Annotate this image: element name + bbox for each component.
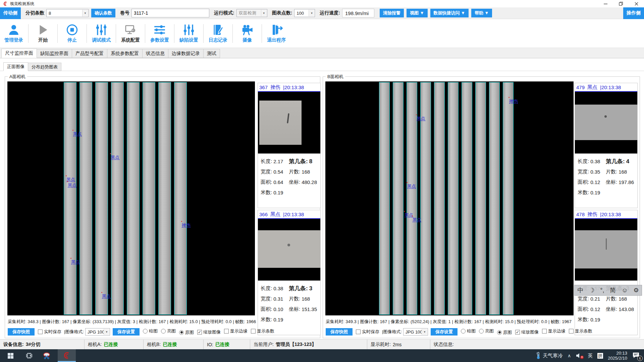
sub-tab-1[interactable]: 正面图像 [3,62,28,71]
save-snapshot-button[interactable]: 保存快照 [8,328,35,336]
view-option-checkbox[interactable]: 显示边缘 [224,328,248,334]
toolbar-item-4[interactable]: 调试模式 [89,21,114,46]
image-format-select[interactable]: JPG 100▼ [85,328,110,336]
ime-settings-icon[interactable]: ⚙ [633,287,639,294]
defect-label: 黑点 [407,184,416,189]
close-button[interactable] [629,0,644,7]
roll-number-label: 卷号 [120,10,129,16]
main-tab-6[interactable]: 边缘数据记录 [168,49,204,58]
camera-b-image[interactable]: 挫伤黑点黑点黑点黑点 [325,81,574,315]
ime-lang-mode[interactable]: 中 [577,286,583,294]
toolbar-item-2[interactable]: 开始 [31,21,55,46]
toolbar-item-label: 开始 [38,37,48,43]
view-menu-button[interactable]: 视图 ▼ [407,9,427,17]
defect-card[interactable]: 366黑点|20:13:38 长度:0.38 宽度:0.31 面积:0.10 米… [258,210,321,335]
main-tab-5[interactable]: 状态信息 [143,49,168,58]
image-mode-radio[interactable]: 暗图 [461,328,476,334]
image-mode-radio[interactable]: 亮图 [161,328,176,334]
slit-count-select[interactable]: 8▼ [46,9,89,17]
main-tab-2[interactable]: 缺陷监控界面 [37,49,72,58]
film-strip [127,82,140,315]
image-mode-radio[interactable]: 亮图 [479,328,494,334]
chart-points-select[interactable]: 100▼ [294,9,315,17]
option-label: 原图 [185,329,194,336]
help-menu-button[interactable]: 帮助 ▼ [471,9,492,17]
image-mode-radio[interactable]: 原图 [179,329,194,336]
restore-button[interactable] [613,0,629,7]
run-mode-select[interactable]: 双面检测▼ [236,9,267,17]
image-mode-radio[interactable]: 暗图 [143,328,158,334]
film-strip [64,82,76,315]
vision-app-taskbar-button[interactable] [58,349,76,362]
image-format-select[interactable]: JPG 100▼ [403,328,428,336]
option-label: 显示条数 [575,328,592,334]
defect-card[interactable]: 479黑点|20:13:38 长度:0.38 宽度:0.35 面积:0.12 米… [575,83,638,208]
view-option-checkbox[interactable]: 显示条数 [251,328,274,334]
task-view-button[interactable] [21,349,37,362]
system-tray: 天气寒冷 ∧ ✕ 英 拼 20:13 2025/2/10 6 [536,351,644,361]
film-strip [95,82,108,315]
defect-card[interactable]: 367挫伤|20:13:38 长度:2.17 宽度:0.54 面积:0.64 米… [258,83,321,208]
start-button[interactable] [3,349,18,362]
snipping-tool-button[interactable] [39,349,54,362]
toolbar-item-1[interactable]: 管理登录 [1,21,26,46]
view-option-checkbox[interactable]: ✓缩放图像 [515,329,539,335]
image-mode-radio[interactable]: 原图 [497,329,512,336]
data-quick-access-button[interactable]: 数据快捷访问 ▼ [430,9,469,17]
notification-center-button[interactable]: 6 [632,352,641,360]
window-title: 视觉检测系统 [10,1,34,7]
save-settings-button[interactable]: 保存设置 [113,328,140,336]
main-tab-4[interactable]: 系统参数配置 [107,49,143,58]
chevron-down-icon: ▼ [261,10,267,16]
toolbar-item-7[interactable]: 缺陷设置 [176,21,201,46]
slit-count-label: 分切条数 [25,10,44,16]
drive-side-button[interactable]: 传动侧 [0,7,21,19]
save-snapshot-button[interactable]: 保存快照 [326,328,353,336]
volume-muted-button[interactable]: ✕ [576,352,583,359]
sub-tab-2[interactable]: 分布趋势图表 [28,63,61,71]
view-option-checkbox[interactable]: 显示条数 [569,328,592,334]
toolbar-item-6[interactable]: 参数设置 [147,21,172,46]
main-tab-1[interactable]: 尺寸监控界面 [1,49,37,58]
panel-camera-a: A面相机 黑点黑点黑点黑点挫伤黑点黑点 367挫伤|20:13:38 长度:2.… [5,76,320,338]
option-label: 原图 [503,329,512,336]
realtime-save-checkbox[interactable]: 实时保存 [356,329,379,335]
taskbar-clock[interactable]: 20:13 2025/2/10 [608,351,627,361]
ime-mode-indicator[interactable]: 拼 [597,353,603,359]
option-label: 显示边缘 [230,328,248,334]
defect-card[interactable]: 478挫伤|20:13:38 长度:0.57 宽度:0.21 面积:0.12 米… [575,210,638,335]
camera-icon [241,23,254,36]
radio-glyph [479,329,484,334]
camera-a-image[interactable]: 黑点黑点黑点黑点挫伤黑点黑点 [7,81,255,315]
weather-widget[interactable]: 天气寒冷 [536,352,563,359]
main-tab-3[interactable]: 产品型号配置 [72,49,107,58]
panel-a-title: A面相机 [8,74,27,80]
save-settings-button[interactable]: 保存设置 [431,328,458,336]
ime-emoji-icon[interactable]: ☺ [622,287,628,294]
ime-fullhalf-icon[interactable]: ☽ [589,287,594,294]
main-tab-7[interactable]: 测试 [204,49,220,58]
roll-number-input[interactable] [131,9,209,17]
hidden-icons-chevron[interactable]: ∧ [568,353,571,358]
option-label: 显示条数 [257,328,274,334]
operator-side-button[interactable]: 操作侧 [623,7,644,19]
title-bar: 视觉检测系统 [0,0,644,7]
language-indicator[interactable]: 英 [588,353,593,359]
confirm-count-button[interactable]: 确认条数 [91,9,115,17]
toolbar-item-9[interactable]: 摄像 [235,21,260,46]
toolbar-item-10[interactable]: 退出程序 [264,21,289,46]
panel-b-title: B面相机 [326,74,345,80]
ime-simplified[interactable]: 简 [610,286,616,294]
clear-alarm-button[interactable]: 清除报警 [380,9,404,17]
image-view-options: 暗图亮图原图✓缩放图像显示边缘显示条数 [140,328,274,336]
view-option-checkbox[interactable]: ✓缩放图像 [197,329,221,335]
view-option-checkbox[interactable]: 显示边缘 [542,328,566,334]
toolbar-item-8[interactable]: 日志记录 [206,21,230,46]
toolbar-item-5[interactable]: 系统配置 [118,21,143,46]
minimize-button[interactable] [598,0,613,7]
realtime-save-checkbox[interactable]: 实时保存 [38,329,61,335]
defect-thumbnail [258,92,320,154]
toolbar-item-3[interactable]: 停止 [60,21,85,46]
option-label: 暗图 [467,328,476,334]
ime-punctuation[interactable]: °, [600,287,604,294]
